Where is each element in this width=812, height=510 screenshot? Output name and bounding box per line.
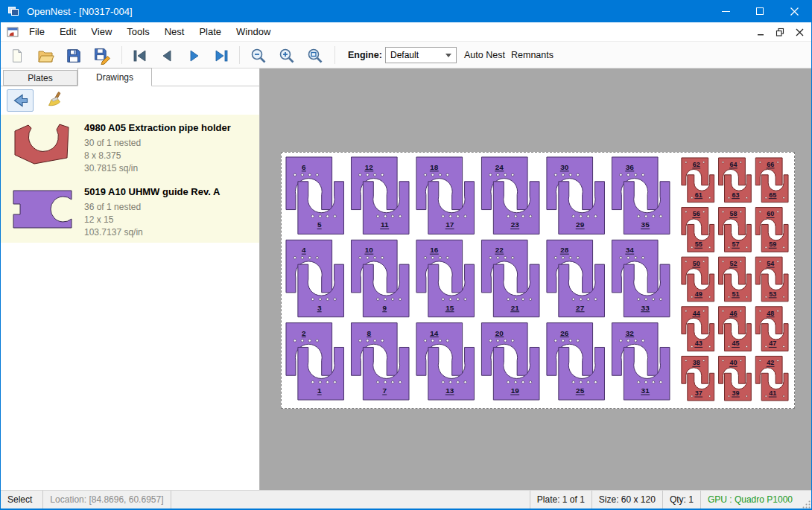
part-top[interactable] (416, 323, 463, 376)
part-number: 13 (445, 386, 454, 395)
drawing-item-uhmw-guide[interactable]: 5019 A10 UHMW guide Rev. A 36 of 1 neste… (1, 179, 259, 243)
part-number: 28 (560, 246, 569, 254)
auto-nest-button[interactable]: Auto Nest (464, 42, 505, 68)
close-button[interactable] (777, 0, 811, 22)
nest-cell-purple[interactable]: 2019 (481, 323, 539, 400)
menu-item-edit[interactable]: Edit (52, 22, 83, 42)
nest-cell-purple[interactable]: 2827 (547, 240, 605, 316)
nest-cell-red[interactable]: 4039 (719, 356, 752, 401)
part-top[interactable] (547, 157, 593, 210)
tab-plates[interactable]: Plates (3, 70, 77, 86)
save-as-button[interactable] (92, 45, 112, 66)
nest-cell-purple[interactable]: 2423 (481, 157, 539, 234)
nest-cell-purple[interactable]: 109 (351, 240, 409, 316)
part-number: 3 (317, 304, 322, 312)
part-top[interactable] (481, 323, 527, 376)
drill-hole (708, 296, 710, 298)
part-top[interactable] (547, 323, 593, 376)
part-top[interactable] (481, 157, 527, 210)
part-number: 60 (767, 211, 774, 218)
part-top[interactable] (612, 240, 658, 293)
document-icon[interactable] (7, 26, 19, 38)
mdi-restore-button[interactable] (773, 25, 787, 39)
part-top[interactable] (286, 240, 332, 293)
menu-item-plate[interactable]: Plate (191, 22, 229, 42)
first-plate-button[interactable] (129, 45, 150, 66)
nest-cell-purple[interactable]: 1817 (416, 157, 475, 234)
app-icon[interactable] (7, 4, 21, 18)
nest-cell-red[interactable]: 4645 (719, 307, 752, 351)
nest-cell-purple[interactable]: 3029 (547, 157, 605, 234)
mdi-close-button[interactable] (792, 25, 807, 39)
nest-cell-purple[interactable]: 1211 (351, 157, 409, 234)
open-button[interactable] (35, 45, 56, 66)
nest-cell-purple[interactable]: 3635 (612, 157, 670, 234)
drill-hole (691, 395, 693, 397)
resize-grip[interactable] (799, 491, 811, 509)
nest-cell-purple[interactable]: 21 (286, 323, 344, 400)
nest-cell-red[interactable]: 5251 (719, 257, 752, 302)
part-top[interactable] (286, 157, 332, 210)
nest-cell-red[interactable]: 5655 (682, 208, 714, 252)
nest-cell-red[interactable]: 4443 (682, 307, 714, 351)
drill-hole (554, 256, 556, 258)
part-top[interactable] (481, 240, 527, 293)
nest-cell-red[interactable]: 4847 (755, 307, 788, 351)
drill-hole (580, 381, 582, 383)
zoom-fit-button[interactable] (305, 45, 326, 66)
nest-cell-red[interactable]: 6261 (682, 158, 714, 203)
mdi-minimize-button[interactable] (753, 25, 768, 39)
nest-cell-red[interactable]: 5453 (755, 257, 788, 302)
zoom-out-button[interactable] (248, 45, 269, 66)
nest-cell-purple[interactable]: 3231 (612, 323, 670, 400)
zoom-in-button[interactable] (276, 45, 297, 66)
nest-cell-red[interactable]: 4241 (755, 356, 788, 401)
part-top[interactable] (286, 323, 332, 376)
menu-item-nest[interactable]: Nest (157, 22, 192, 42)
drill-hole (359, 340, 361, 342)
drawing-item-extraction-pipe-holder[interactable]: 4980 A05 Extraction pipe holder 30 of 1 … (1, 115, 259, 179)
save-button[interactable] (63, 45, 84, 66)
last-arrow-icon (213, 47, 231, 65)
nest-cell-purple[interactable]: 3433 (612, 240, 670, 316)
nest-cell-red[interactable]: 6463 (719, 158, 752, 203)
nest-cell-purple[interactable]: 43 (286, 240, 344, 316)
nest-cell-purple[interactable]: 2625 (547, 323, 605, 400)
maximize-button[interactable] (743, 0, 777, 22)
nest-cell-red[interactable]: 3837 (682, 356, 714, 401)
part-top[interactable] (416, 240, 463, 293)
clear-button[interactable] (41, 89, 68, 112)
nest-cell-red[interactable]: 6059 (755, 208, 788, 252)
minimize-button[interactable] (708, 0, 743, 22)
part-top[interactable] (547, 240, 593, 293)
last-plate-button[interactable] (212, 45, 232, 66)
nest-cell-red[interactable]: 6665 (755, 158, 788, 203)
nest-cell-purple[interactable]: 1413 (416, 323, 475, 400)
menu-item-view[interactable]: View (83, 22, 119, 42)
nest-cell-red[interactable]: 5857 (719, 208, 752, 252)
nest-cell-purple[interactable]: 65 (286, 157, 344, 234)
drill-hole (638, 298, 640, 300)
part-top[interactable] (612, 157, 658, 210)
nest-cell-purple[interactable]: 87 (351, 323, 409, 400)
engine-select[interactable]: Default (385, 47, 457, 63)
send-to-nest-button[interactable] (7, 89, 34, 112)
menu-item-file[interactable]: File (22, 22, 52, 42)
menu-item-tools[interactable]: Tools (119, 22, 156, 42)
menu-item-window[interactable]: Window (229, 22, 278, 42)
nest-canvas: 6512111817242330293635431091615222128273… (260, 68, 811, 490)
previous-plate-button[interactable] (156, 45, 177, 66)
plate-sheet[interactable]: 6512111817242330293635431091615222128273… (281, 152, 795, 409)
new-button[interactable] (7, 45, 28, 66)
part-top[interactable] (351, 157, 397, 210)
tab-drawings[interactable]: Drawings (77, 68, 152, 86)
next-plate-button[interactable] (184, 45, 205, 66)
part-top[interactable] (351, 323, 397, 376)
nest-cell-red[interactable]: 5049 (682, 257, 714, 302)
part-top[interactable] (612, 323, 658, 376)
part-top[interactable] (416, 157, 463, 210)
part-top[interactable] (351, 240, 397, 293)
nest-cell-purple[interactable]: 2221 (481, 240, 539, 316)
nest-cell-purple[interactable]: 1615 (416, 240, 475, 316)
remnants-button[interactable]: Remnants (511, 42, 554, 68)
